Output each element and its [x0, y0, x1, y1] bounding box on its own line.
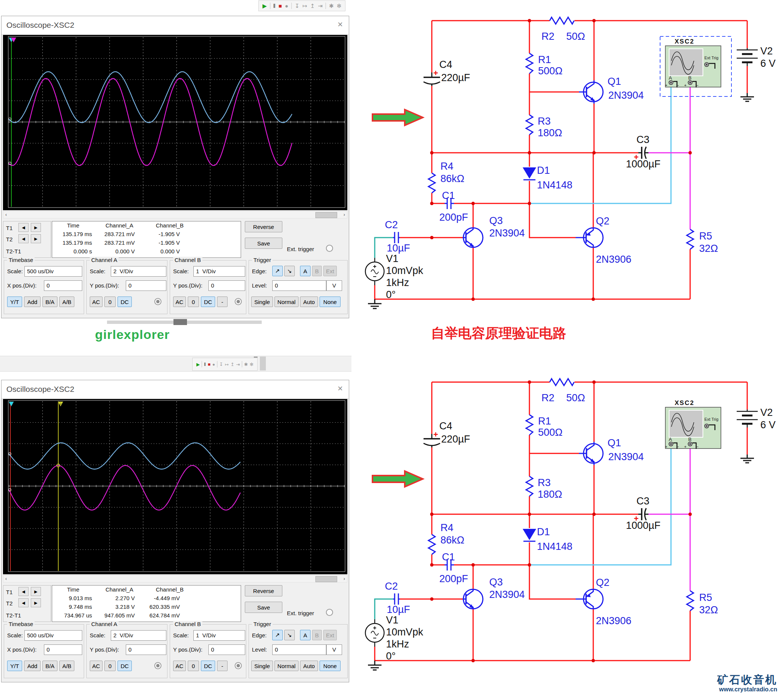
channel-marker[interactable] — [8, 402, 14, 407]
falling-edge-button[interactable]: ↘ — [284, 630, 295, 640]
yt-mode-button[interactable]: Y/T — [7, 297, 22, 307]
channel-a-scale-input[interactable]: 2 V/Div — [111, 630, 166, 641]
t2-prev-button[interactable]: ◀ — [18, 598, 28, 607]
capacitor-c3[interactable] — [638, 508, 648, 520]
scroll-right-icon[interactable]: › — [344, 212, 345, 217]
trigger-source-b-button[interactable]: B — [312, 266, 322, 276]
resistor-r4[interactable] — [429, 535, 435, 554]
close-icon[interactable]: × — [337, 383, 343, 394]
stop-icon[interactable]: ■ — [208, 362, 210, 367]
timebase-xpos-input[interactable]: 0 — [44, 280, 82, 291]
trigger-normal-button[interactable]: Normal — [274, 661, 299, 671]
channel-a-ac-button[interactable]: AC — [90, 661, 102, 671]
transistor-q2[interactable] — [576, 589, 603, 609]
channel-b-scale-input[interactable]: 1 V/Div — [194, 266, 245, 277]
channel-a-indicator[interactable] — [154, 298, 162, 305]
reverse-button[interactable]: Reverse — [245, 585, 282, 597]
resistor-r1[interactable] — [526, 53, 533, 73]
channel-b-minus-button[interactable]: - — [217, 661, 227, 671]
channel-a-dc-button[interactable]: DC — [117, 297, 132, 307]
rising-edge-button[interactable]: ↗ — [272, 266, 283, 276]
resistor-r3[interactable] — [526, 476, 533, 496]
channel-b-ac-button[interactable]: AC — [173, 661, 186, 671]
channel-a-dc-button[interactable]: DC — [117, 661, 132, 671]
diode-d1[interactable] — [523, 529, 536, 541]
pause-icon[interactable]: ‖ — [204, 362, 206, 367]
close-icon[interactable]: × — [337, 19, 343, 30]
run-icon[interactable]: ▶ — [262, 3, 267, 8]
resistor-r3[interactable] — [526, 115, 533, 135]
trigger-source-ext-button[interactable]: Ext — [323, 266, 337, 276]
trigger-none-button[interactable]: None — [320, 297, 340, 307]
ab-mode-button[interactable]: A/B — [59, 297, 74, 307]
yt-mode-button[interactable]: Y/T — [7, 661, 22, 671]
falling-edge-button[interactable]: ↘ — [284, 266, 295, 276]
resistor-r2[interactable] — [550, 379, 574, 385]
source-v1[interactable] — [365, 619, 384, 647]
trigger-source-ext-button[interactable]: Ext — [323, 630, 337, 640]
trigger-single-button[interactable]: Single — [251, 297, 273, 307]
titlebar[interactable]: Oscilloscope-XSC2 × — [2, 16, 349, 35]
trigger-single-button[interactable]: Single — [251, 661, 273, 671]
trigger-level-unit[interactable]: V — [326, 280, 342, 291]
trigger-source-a-button[interactable]: A — [300, 630, 310, 640]
t1-next-button[interactable]: ▶ — [31, 223, 41, 232]
t2-prev-button[interactable]: ◀ — [18, 234, 28, 243]
horizontal-scrollbar[interactable]: ‹ › — [3, 575, 347, 583]
ba-mode-button[interactable]: B/A — [42, 661, 57, 671]
trigger-auto-button[interactable]: Auto — [300, 297, 318, 307]
channel-b-ypos-input[interactable]: 0 — [209, 280, 245, 291]
resistor-r1[interactable] — [526, 415, 533, 435]
pause-icon[interactable]: ‖ — [273, 3, 275, 8]
trigger-none-button[interactable]: None — [320, 661, 340, 671]
trigger-level-input[interactable]: 0 — [272, 280, 326, 291]
channel-b-dc-button[interactable]: DC — [201, 661, 215, 671]
ext-trigger-radio[interactable] — [326, 609, 333, 616]
capacitor-c2[interactable] — [393, 593, 400, 605]
battery-v2[interactable] — [737, 48, 758, 66]
source-v1[interactable] — [365, 258, 384, 285]
channel-b-zero-button[interactable]: 0 — [188, 297, 199, 307]
timebase-xpos-input[interactable]: 0 — [44, 645, 82, 655]
scroll-right-icon[interactable]: › — [344, 576, 345, 582]
channel-b-indicator[interactable] — [235, 298, 242, 305]
scrollbar-thumb[interactable] — [315, 212, 337, 218]
save-button[interactable]: Save — [245, 238, 282, 249]
t2-next-button[interactable]: ▶ — [31, 234, 41, 243]
transistor-q3[interactable] — [462, 589, 483, 609]
ba-mode-button[interactable]: B/A — [42, 297, 57, 307]
titlebar[interactable]: Oscilloscope-XSC2 × — [2, 380, 349, 398]
channel-b-ypos-input[interactable]: 0 — [209, 645, 245, 655]
channel-a-zero-button[interactable]: 0 — [104, 661, 116, 671]
timebase-scale-input[interactable]: 500 us/Div — [24, 630, 82, 641]
reverse-button[interactable]: Reverse — [245, 221, 282, 232]
channel-a-indicator[interactable] — [154, 662, 162, 669]
channel-marker[interactable]: 2 — [58, 402, 63, 407]
transistor-q1[interactable] — [579, 80, 603, 103]
channel-a-scale-input[interactable]: 2 V/Div — [111, 266, 166, 277]
t2-next-button[interactable]: ▶ — [31, 598, 41, 607]
trigger-level-unit[interactable]: V — [326, 645, 342, 655]
oscilloscope-instrument[interactable]: XSC2 Ext Trig A B + − + − — [665, 399, 721, 449]
channel-a-zero-button[interactable]: 0 — [104, 297, 116, 307]
resistor-r2[interactable] — [550, 17, 574, 24]
capacitor-c2[interactable] — [393, 232, 400, 243]
stop-icon[interactable]: ■ — [279, 3, 282, 8]
diode-d1[interactable] — [523, 167, 536, 180]
channel-b-zero-button[interactable]: 0 — [188, 661, 199, 671]
resistor-r4[interactable] — [429, 173, 435, 193]
t1-next-button[interactable]: ▶ — [31, 587, 41, 596]
battery-v2[interactable] — [737, 410, 758, 428]
trigger-normal-button[interactable]: Normal — [274, 297, 299, 307]
t1-prev-button[interactable]: ◀ — [18, 223, 28, 232]
save-button[interactable]: Save — [245, 602, 282, 613]
channel-b-indicator[interactable] — [235, 662, 242, 669]
transistor-q3[interactable] — [462, 227, 483, 248]
channel-a-ypos-input[interactable]: 0 — [126, 645, 166, 655]
run-icon[interactable]: ▶ — [196, 362, 200, 367]
channel-a-ypos-input[interactable]: 0 — [126, 280, 166, 291]
horizontal-scrollbar[interactable]: ‹ › — [3, 211, 347, 218]
transistor-q1[interactable] — [579, 442, 603, 465]
resistor-r5[interactable] — [687, 591, 694, 611]
transistor-q2[interactable] — [576, 228, 603, 248]
